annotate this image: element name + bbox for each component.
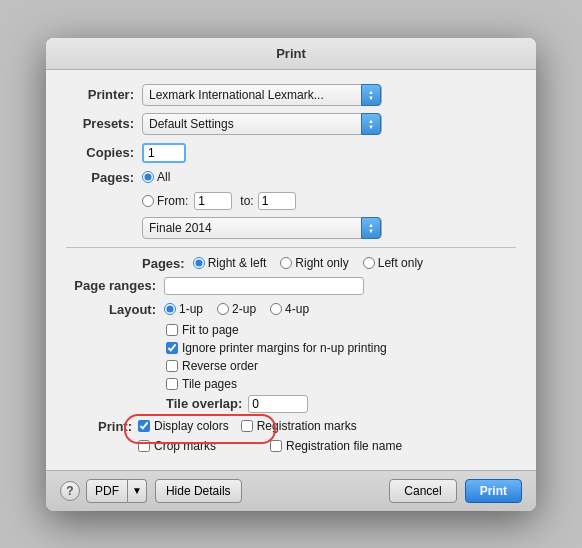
reverse-order-option[interactable]: Reverse order [166, 359, 258, 373]
pages-to-input[interactable] [258, 192, 296, 210]
reverse-order-checkbox[interactable] [166, 360, 178, 372]
display-colors-label: Display colors [154, 419, 229, 433]
layout-2up-radio[interactable] [217, 303, 229, 315]
tile-overlap-input[interactable] [248, 395, 308, 413]
pages-from-label: From: [157, 194, 188, 208]
reverse-order-row: Reverse order [166, 359, 516, 373]
pages-all-row: Pages: All [66, 170, 516, 185]
printer-label: Printer: [66, 87, 134, 102]
fit-to-page-checkbox[interactable] [166, 324, 178, 336]
registration-file-name-label: Registration file name [286, 439, 402, 453]
fit-to-page-row: Fit to page [166, 323, 516, 337]
ignore-margins-checkbox[interactable] [166, 342, 178, 354]
registration-file-name-checkbox[interactable] [270, 440, 282, 452]
pages-all-label: All [157, 170, 170, 184]
layout-4up-radio[interactable] [270, 303, 282, 315]
panel-value: Finale 2014 [149, 221, 212, 235]
copies-label: Copies: [66, 145, 134, 160]
tile-pages-label: Tile pages [182, 377, 237, 391]
crop-marks-row: Crop marks Registration file name [138, 439, 516, 453]
panel-selector-row: Finale 2014 [142, 217, 516, 239]
printer-select[interactable]: Lexmark International Lexmark... [142, 84, 382, 106]
printer-spinner[interactable] [361, 84, 381, 106]
pdf-button[interactable]: PDF [86, 479, 128, 503]
page-ranges-label: Page ranges: [66, 278, 156, 293]
right-only-label: Right only [295, 256, 348, 270]
fit-to-page-option[interactable]: Fit to page [166, 323, 239, 337]
dialog-title: Print [46, 38, 536, 70]
layout-1up-label: 1-up [179, 302, 203, 316]
crop-marks-label: Crop marks [154, 439, 216, 453]
pages-from-option[interactable]: From: [142, 194, 188, 208]
display-colors-option[interactable]: Display colors [138, 419, 229, 433]
presets-spinner[interactable] [361, 113, 381, 135]
registration-marks-checkbox[interactable] [241, 420, 253, 432]
pages-layout-row: Pages: Right & left Right only Left only [142, 256, 516, 271]
title-text: Print [276, 46, 306, 61]
presets-value: Default Settings [149, 117, 234, 131]
pdf-label: PDF [95, 484, 119, 498]
pages-from-radio[interactable] [142, 195, 154, 207]
panel-spinner[interactable] [361, 217, 381, 239]
presets-label: Presets: [66, 116, 134, 131]
print-label: Print [480, 484, 507, 498]
tile-pages-row: Tile pages [166, 377, 516, 391]
pages-label: Pages: [66, 170, 134, 185]
tile-pages-option[interactable]: Tile pages [166, 377, 237, 391]
right-only-radio[interactable] [280, 257, 292, 269]
ignore-margins-row: Ignore printer margins for n-up printing [166, 341, 516, 355]
layout-1up-option[interactable]: 1-up [164, 302, 203, 316]
tile-overlap-row: Tile overlap: [166, 395, 516, 413]
hide-details-button[interactable]: Hide Details [155, 479, 242, 503]
pages-section-label: Pages: [142, 256, 185, 271]
hide-details-label: Hide Details [166, 484, 231, 498]
panel-select-wrapper[interactable]: Finale 2014 [142, 217, 382, 239]
right-left-option[interactable]: Right & left [193, 256, 267, 270]
pages-all-option[interactable]: All [142, 170, 170, 184]
pages-from-input[interactable] [194, 192, 232, 210]
copies-input[interactable]: 1 [142, 143, 186, 163]
copies-row: Copies: 1 [66, 143, 516, 163]
layout-2up-option[interactable]: 2-up [217, 302, 256, 316]
registration-marks-option[interactable]: Registration marks [241, 419, 357, 433]
ignore-margins-label: Ignore printer margins for n-up printing [182, 341, 387, 355]
layout-4up-option[interactable]: 4-up [270, 302, 309, 316]
cancel-button[interactable]: Cancel [389, 479, 456, 503]
layout-4up-label: 4-up [285, 302, 309, 316]
print-dialog: Print Printer: Lexmark International Lex… [46, 38, 536, 511]
layout-2up-label: 2-up [232, 302, 256, 316]
tile-pages-checkbox[interactable] [166, 378, 178, 390]
print-section-label: Print: [66, 419, 132, 434]
presets-row: Presets: Default Settings [66, 113, 516, 135]
registration-marks-label: Registration marks [257, 419, 357, 433]
panel-select[interactable]: Finale 2014 [142, 217, 382, 239]
crop-marks-checkbox[interactable] [138, 440, 150, 452]
display-colors-checkbox[interactable] [138, 420, 150, 432]
page-ranges-input[interactable] [164, 277, 364, 295]
page-ranges-row: Page ranges: [66, 277, 516, 295]
layout-1up-radio[interactable] [164, 303, 176, 315]
pdf-arrow-button[interactable]: ▼ [128, 479, 147, 503]
pages-all-radio[interactable] [142, 171, 154, 183]
right-left-radio[interactable] [193, 257, 205, 269]
left-only-label: Left only [378, 256, 423, 270]
cancel-label: Cancel [404, 484, 441, 498]
help-button[interactable]: ? [60, 481, 80, 501]
printer-value: Lexmark International Lexmark... [149, 88, 324, 102]
left-only-option[interactable]: Left only [363, 256, 423, 270]
crop-marks-option[interactable]: Crop marks [138, 439, 216, 453]
layout-row: Layout: 1-up 2-up 4-up [66, 302, 516, 317]
print-options-row: Print: Display colors Registration marks [66, 419, 516, 434]
print-button[interactable]: Print [465, 479, 522, 503]
reverse-order-label: Reverse order [182, 359, 258, 373]
presets-select[interactable]: Default Settings [142, 113, 382, 135]
dialog-footer: ? PDF ▼ Hide Details Cancel Print [46, 470, 536, 511]
registration-file-name-option[interactable]: Registration file name [270, 439, 402, 453]
presets-select-wrapper[interactable]: Default Settings [142, 113, 382, 135]
tile-overlap-label: Tile overlap: [166, 396, 242, 411]
pages-from-row: From: to: [142, 192, 516, 210]
right-only-option[interactable]: Right only [280, 256, 348, 270]
ignore-margins-option[interactable]: Ignore printer margins for n-up printing [166, 341, 387, 355]
printer-select-wrapper[interactable]: Lexmark International Lexmark... [142, 84, 382, 106]
left-only-radio[interactable] [363, 257, 375, 269]
